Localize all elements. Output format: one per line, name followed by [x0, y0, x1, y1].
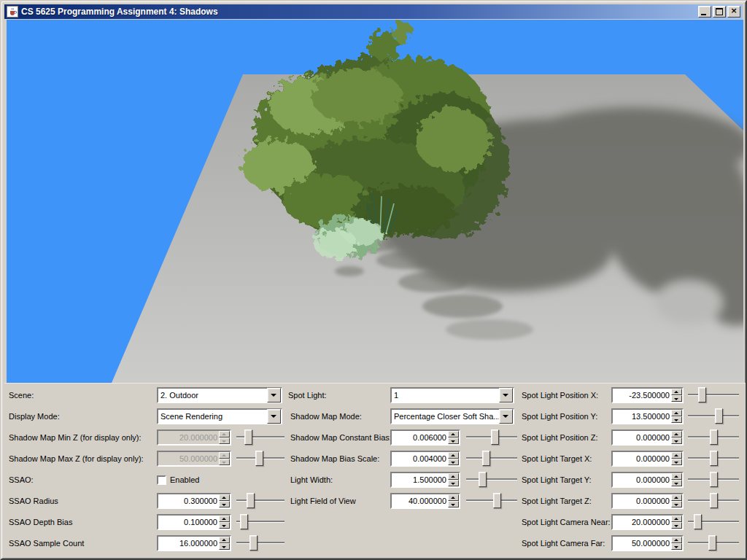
spinner-up-icon[interactable]: [219, 494, 230, 501]
scene-selected-value: 2. Outdoor: [158, 391, 267, 400]
spot-pos-x-spinner[interactable]: -23.500000: [611, 387, 684, 403]
slider-thumb[interactable]: [249, 535, 258, 551]
ssao-enabled-checkbox[interactable]: Enabled: [157, 472, 199, 488]
spinner-down-icon[interactable]: [671, 395, 682, 402]
spot-camera-far-spinner[interactable]: 50.000000: [611, 535, 684, 551]
spot-target-x-spinner[interactable]: 0.000000: [611, 451, 684, 467]
constant-bias-spinner[interactable]: 0.006000: [390, 429, 460, 446]
display-mode-select[interactable]: Scene Rendering: [157, 408, 282, 424]
spinner-up-icon[interactable]: [448, 452, 459, 459]
chevron-down-icon[interactable]: [267, 388, 281, 402]
slider-thumb[interactable]: [491, 429, 499, 445]
spinner-down-icon[interactable]: [671, 543, 682, 550]
spot-pos-y-spinner[interactable]: 13.500000: [611, 408, 684, 424]
shadow-min-z-slider[interactable]: [236, 429, 285, 446]
spot-target-z-slider[interactable]: [688, 493, 739, 509]
spinner-up-icon[interactable]: [671, 537, 682, 543]
slider-thumb[interactable]: [247, 493, 255, 508]
spot-target-x-slider[interactable]: [688, 451, 739, 467]
checkbox-box[interactable]: [157, 475, 166, 485]
slider-thumb[interactable]: [708, 535, 716, 551]
ssao-depth-bias-spinner[interactable]: 0.100000: [157, 514, 231, 530]
spinner-down-icon[interactable]: [671, 522, 682, 529]
spot-pos-y-slider[interactable]: [688, 408, 739, 424]
spinner-up-icon[interactable]: [671, 389, 682, 395]
triangle-down-glyph: [222, 546, 226, 548]
spinner-up-icon[interactable]: [219, 516, 230, 522]
light-fov-slider[interactable]: [466, 493, 517, 509]
spinner-up-icon[interactable]: [448, 473, 459, 480]
slider-thumb[interactable]: [244, 429, 252, 445]
bias-scale-slider[interactable]: [466, 451, 517, 467]
spot-pos-z-slider[interactable]: [688, 429, 739, 446]
spot-camera-near-spinner[interactable]: 20.000000: [611, 514, 684, 530]
triangle-down-glyph: [674, 483, 678, 485]
constant-bias-slider[interactable]: [466, 429, 517, 446]
spinner-down-icon[interactable]: [671, 459, 682, 465]
ssao-sample-count-spinner[interactable]: 16.000000: [157, 535, 231, 551]
spinner-down-icon[interactable]: [219, 501, 230, 508]
slider-thumb[interactable]: [710, 451, 718, 466]
spinner-down-icon[interactable]: [448, 459, 459, 465]
slider-thumb[interactable]: [694, 514, 702, 529]
spinner-up-icon[interactable]: [448, 494, 459, 501]
spot-target-y-spinner[interactable]: 0.000000: [611, 472, 684, 488]
spinner-down-icon[interactable]: [448, 438, 459, 444]
light-width-spinner[interactable]: 1.500000: [390, 472, 460, 488]
title-bar[interactable]: CS 5625 Programming Assignment 4: Shadow…: [4, 4, 743, 19]
ssao-radius-slider[interactable]: [236, 493, 285, 509]
spot-pos-x-slider[interactable]: [688, 387, 739, 403]
triangle-up-glyph: [222, 539, 226, 541]
chevron-down-icon[interactable]: [499, 388, 513, 402]
spinner-down-icon[interactable]: [448, 480, 459, 486]
spot-pos-z-spinner[interactable]: 0.000000: [611, 429, 684, 446]
slider-track: [236, 542, 285, 544]
maximize-icon[interactable]: [713, 6, 726, 18]
spinner-down-icon[interactable]: [671, 480, 682, 486]
spinner-up-icon[interactable]: [448, 431, 459, 438]
close-icon[interactable]: ×: [727, 6, 740, 18]
spinner-down-icon[interactable]: [671, 501, 682, 508]
spinner-up-icon[interactable]: [219, 537, 230, 543]
spinner-up-icon[interactable]: [671, 410, 682, 416]
spinner-down-icon[interactable]: [219, 522, 230, 529]
scene-select[interactable]: 2. Outdoor: [157, 387, 282, 403]
spinner-down-icon[interactable]: [671, 416, 682, 423]
spot-pos-z-value: 0.000000: [613, 433, 671, 442]
scene-viewport[interactable]: [7, 20, 743, 383]
slider-thumb[interactable]: [710, 472, 718, 487]
spot-camera-far-slider[interactable]: [688, 535, 739, 551]
spinner-down-icon[interactable]: [671, 438, 682, 444]
spinner-down-icon[interactable]: [448, 501, 459, 508]
ssao-radius-spinner[interactable]: 0.300000: [157, 493, 231, 509]
spinner-up-icon[interactable]: [671, 431, 682, 438]
ssao-depth-bias-slider[interactable]: [236, 514, 285, 530]
ssao-sample-count-slider[interactable]: [236, 535, 285, 551]
spot-camera-near-slider[interactable]: [688, 514, 739, 530]
spot-light-select[interactable]: 1: [390, 387, 514, 403]
slider-thumb[interactable]: [493, 493, 501, 508]
slider-thumb[interactable]: [479, 472, 487, 487]
slider-thumb[interactable]: [715, 408, 723, 424]
slider-thumb[interactable]: [255, 451, 263, 466]
shadow-map-mode-select[interactable]: Percentage Closer Soft Sha...: [390, 408, 514, 424]
shadow-max-z-slider[interactable]: [236, 451, 285, 467]
spot-target-y-slider[interactable]: [688, 472, 739, 488]
chevron-down-icon[interactable]: [267, 409, 281, 424]
chevron-down-icon[interactable]: [499, 409, 513, 424]
slider-thumb[interactable]: [240, 514, 248, 529]
spinner-up-icon[interactable]: [671, 452, 682, 459]
spinner-down-icon[interactable]: [219, 543, 230, 550]
bias-scale-spinner[interactable]: 0.004000: [390, 451, 460, 467]
slider-thumb[interactable]: [698, 387, 706, 402]
spinner-up-icon[interactable]: [671, 494, 682, 501]
minimize-icon[interactable]: [698, 6, 711, 18]
slider-thumb[interactable]: [710, 429, 718, 445]
slider-thumb[interactable]: [710, 493, 718, 508]
spinner-up-icon[interactable]: [671, 473, 682, 480]
light-width-slider[interactable]: [466, 472, 517, 488]
light-fov-spinner[interactable]: 40.000000: [390, 493, 460, 509]
slider-thumb[interactable]: [482, 451, 490, 466]
spinner-up-icon[interactable]: [671, 516, 682, 522]
spot-target-z-spinner[interactable]: 0.000000: [611, 493, 684, 509]
